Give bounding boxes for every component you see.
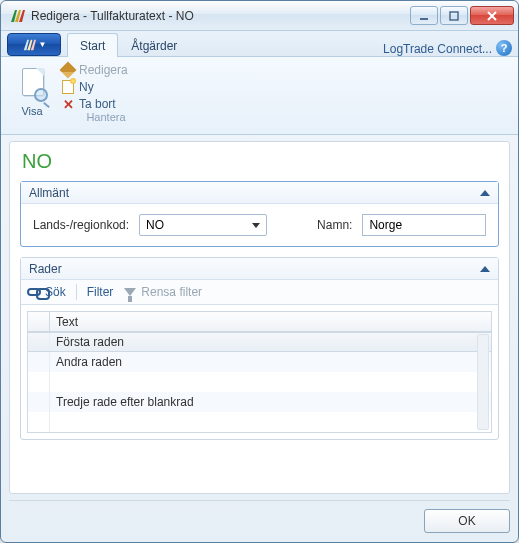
- scrollbar[interactable]: [477, 334, 489, 430]
- name-label: Namn:: [317, 218, 352, 232]
- collapse-icon: [480, 266, 490, 272]
- filter-button[interactable]: Filter: [87, 285, 114, 299]
- lines-grid: Text Första raden Andra raden: [27, 311, 492, 433]
- window-buttons: [410, 6, 514, 25]
- grid-header-row: Text: [28, 312, 491, 332]
- page-title: NO: [20, 146, 499, 181]
- minimize-button[interactable]: [410, 6, 438, 25]
- field-row-country: Lands-/regionkod: NO Namn: Norge: [33, 214, 486, 236]
- name-value: Norge: [369, 218, 402, 232]
- tab-start[interactable]: Start: [67, 33, 118, 57]
- panel-lines-title: Rader: [29, 262, 62, 276]
- collapse-icon: [480, 190, 490, 196]
- edit-button[interactable]: Redigera: [61, 63, 151, 77]
- maximize-button[interactable]: [440, 6, 468, 25]
- ribbon-group-label: Hantera: [86, 111, 125, 123]
- cell-text: Tredje rade efter blankrad: [50, 395, 491, 409]
- table-row[interactable]: Tredje rade efter blankrad: [28, 392, 491, 412]
- panel-general-title: Allmänt: [29, 186, 69, 200]
- panel-lines-header[interactable]: Rader: [21, 258, 498, 280]
- link-icon: [27, 285, 41, 299]
- pencil-icon: [61, 63, 75, 77]
- cell-text: Andra raden: [50, 355, 491, 369]
- edit-label: Redigera: [79, 63, 128, 77]
- content-area: NO Allmänt Lands-/regionkod: NO Namn: No…: [9, 141, 510, 494]
- table-row[interactable]: Första raden: [28, 332, 491, 352]
- panel-general: Allmänt Lands-/regionkod: NO Namn: Norge: [20, 181, 499, 247]
- delete-button[interactable]: ✕ Ta bort: [61, 97, 151, 111]
- country-code-label: Lands-/regionkod:: [33, 218, 129, 232]
- window-frame: Redigera - Tullfakturatext - NO ▼: [0, 0, 519, 543]
- close-button[interactable]: [470, 6, 514, 25]
- new-document-icon: [61, 80, 75, 94]
- grid-header-selector[interactable]: [28, 312, 50, 331]
- table-row[interactable]: [28, 412, 491, 432]
- chevron-down-icon: [252, 223, 260, 228]
- grid-body: Första raden Andra raden Tredje rade eft…: [28, 332, 491, 432]
- table-row[interactable]: [28, 372, 491, 392]
- clear-filter-label: Rensa filter: [141, 285, 202, 299]
- title-bar: Redigera - Tullfakturatext - NO: [1, 1, 518, 31]
- tab-actions[interactable]: Åtgärder: [118, 33, 190, 57]
- view-label: Visa: [21, 105, 42, 117]
- filter-label: Filter: [87, 285, 114, 299]
- cell-text: Första raden: [50, 335, 491, 349]
- ribbon-body: Visa Redigera Ny ✕ Ta bort Hantera: [1, 57, 518, 135]
- file-menu-button[interactable]: ▼: [7, 33, 61, 56]
- new-button[interactable]: Ny: [61, 80, 151, 94]
- view-button[interactable]: [16, 63, 48, 103]
- search-button[interactable]: Sök: [27, 285, 66, 299]
- country-code-value: NO: [146, 218, 164, 232]
- svg-rect-3: [420, 18, 428, 20]
- magnifier-icon: [34, 88, 48, 102]
- footer-bar: OK: [9, 500, 510, 534]
- window-title: Redigera - Tullfakturatext - NO: [31, 9, 410, 23]
- grid-header-text[interactable]: Text: [50, 312, 491, 331]
- svg-rect-4: [450, 12, 458, 20]
- table-row[interactable]: Andra raden: [28, 352, 491, 372]
- panel-lines: Rader Sök Filter Rensa filter: [20, 257, 499, 440]
- ribbon-group-view: Visa: [9, 61, 55, 134]
- name-input[interactable]: Norge: [362, 214, 486, 236]
- country-code-select[interactable]: NO: [139, 214, 267, 236]
- new-label: Ny: [79, 80, 94, 94]
- brand-label[interactable]: LogTrade Connect...: [383, 42, 492, 56]
- ribbon-tab-bar: ▼ Start Åtgärder LogTrade Connect... ?: [1, 31, 518, 57]
- help-icon[interactable]: ?: [496, 40, 512, 56]
- delete-icon: ✕: [61, 97, 75, 111]
- clear-filter-button[interactable]: Rensa filter: [123, 285, 202, 299]
- funnel-icon: [123, 285, 137, 299]
- panel-general-header[interactable]: Allmänt: [21, 182, 498, 204]
- app-icon: [9, 8, 25, 24]
- lines-toolbar: Sök Filter Rensa filter: [21, 280, 498, 305]
- chevron-down-icon: ▼: [39, 40, 47, 49]
- delete-label: Ta bort: [79, 97, 116, 111]
- separator: [76, 284, 77, 300]
- ok-button[interactable]: OK: [424, 509, 510, 533]
- app-icon-small: [22, 38, 36, 52]
- ribbon-group-manage: Redigera Ny ✕ Ta bort Hantera: [55, 61, 157, 134]
